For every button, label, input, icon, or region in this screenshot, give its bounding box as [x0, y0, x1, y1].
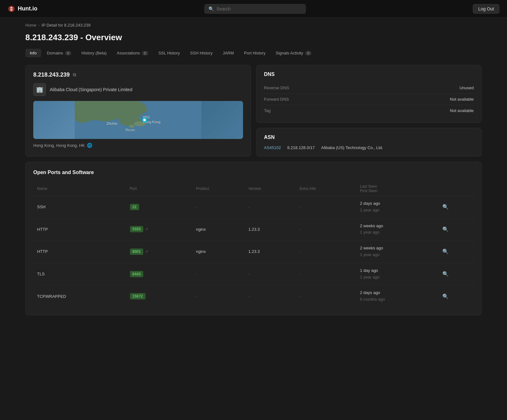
- map-background: Zhuhai HKG Hong Kong Macau: [33, 101, 243, 139]
- svg-text:Macau: Macau: [125, 128, 135, 132]
- port-badge-row-4: 15672: [130, 293, 189, 299]
- port-badge-3: 8443: [130, 271, 144, 277]
- row-search-icon-4[interactable]: 🔍: [442, 294, 449, 299]
- asn-id: AS45102: [264, 145, 281, 150]
- logo: Hunt.io: [8, 5, 37, 13]
- cell-dates-2: 2 weeks ago 1 year ago: [356, 241, 439, 263]
- last-seen-4: 2 days ago 6 months ago: [360, 290, 435, 303]
- cell-product-1: nginx: [192, 218, 245, 241]
- cell-search-3[interactable]: 🔍: [439, 263, 474, 285]
- cell-extra-4: -: [296, 285, 356, 307]
- col-version: Version: [245, 182, 296, 196]
- cell-extra-0: -: [296, 196, 356, 218]
- cell-extra-2: -: [296, 241, 356, 263]
- map-container: Zhuhai HKG Hong Kong Macau: [33, 101, 243, 139]
- cell-search-4[interactable]: 🔍: [439, 285, 474, 307]
- logo-text: Hunt.io: [18, 5, 37, 12]
- last-seen-3: 1 day ago 1 year ago: [360, 267, 435, 281]
- cards-row: 8.218.243.239 ⧉ 🏢 Alibaba Cloud (Singapo…: [25, 65, 482, 157]
- last-seen-0: 2 days ago 1 year ago: [360, 200, 435, 214]
- globe-icon: 🌐: [87, 143, 92, 148]
- logout-button[interactable]: Log Out: [473, 4, 499, 14]
- dns-label-2: Tag: [264, 108, 271, 113]
- dns-title: DNS: [264, 72, 474, 77]
- copy-icon[interactable]: ⧉: [73, 72, 76, 78]
- dns-row-1: Forward DNS Not available: [264, 94, 474, 105]
- col-dates: Last SeenFirst Seen: [356, 182, 439, 196]
- dns-card: DNS Reverse DNS Unused Forward DNS Not a…: [256, 65, 482, 123]
- first-seen-date-0: 1 year ago: [360, 207, 435, 214]
- tab-ssh[interactable]: SSH History: [186, 49, 217, 57]
- table-row: TLS 8443 - - - 1 day ago 1 year ago 🔍: [33, 263, 474, 285]
- port-badge-2: 8001: [130, 248, 144, 255]
- ip-info-card: 8.218.243.239 ⧉ 🏢 Alibaba Cloud (Singapo…: [25, 65, 251, 157]
- ext-link-icon[interactable]: ➚: [145, 249, 148, 254]
- ip-address-text: 8.218.243.239: [33, 72, 70, 78]
- main-content: 8.218.243.239 - Overview InfoDomains0His…: [0, 33, 507, 328]
- cell-name-1: HTTP: [33, 218, 126, 241]
- header: Hunt.io 🔍 Log Out: [0, 0, 507, 18]
- port-badge-row-2: 8001 ➚: [130, 248, 189, 255]
- cell-dates-3: 1 day ago 1 year ago: [356, 263, 439, 285]
- cell-version-1: 1.23.3: [245, 218, 296, 241]
- ports-table-body: SSH 22 - - - 2 days ago 1 year ago 🔍 HTT…: [33, 196, 474, 307]
- cell-port-0: 22: [126, 196, 192, 218]
- location-row: Hong Kong, Hong Kong, HK 🌐: [33, 143, 243, 148]
- tabs-bar: InfoDomains0History (Beta)Associations0S…: [25, 49, 482, 57]
- cell-search-1[interactable]: 🔍: [439, 218, 474, 241]
- tab-badge-associations: 0: [142, 51, 148, 55]
- breadcrumb-home[interactable]: Home: [25, 23, 36, 28]
- row-search-icon-2[interactable]: 🔍: [442, 249, 449, 254]
- first-seen-date-4: 6 months ago: [360, 296, 435, 303]
- search-bar[interactable]: 🔍: [204, 4, 306, 14]
- dns-row-0: Reverse DNS Unused: [264, 82, 474, 94]
- last-seen-date-1: 2 weeks ago: [360, 223, 435, 229]
- tab-history[interactable]: History (Beta): [77, 49, 111, 57]
- cell-version-2: 1.23.3: [245, 241, 296, 263]
- port-badge-1: 5555: [130, 226, 144, 232]
- row-search-icon-1[interactable]: 🔍: [442, 227, 449, 232]
- row-search-icon-0[interactable]: 🔍: [442, 204, 449, 210]
- ext-link-icon[interactable]: ➚: [145, 227, 148, 231]
- ports-card: Open Ports and Software Name Port Produc…: [25, 162, 482, 315]
- asn-row: AS45102 8.218.128.0/17 Alibaba (US) Tech…: [264, 145, 474, 150]
- svg-point-1: [11, 8, 12, 9]
- port-badge-0: 22: [130, 204, 139, 210]
- dns-label-0: Reverse DNS: [264, 85, 289, 90]
- table-row: TCPWRAPPED 15672 - - - 2 days ago 6 mont…: [33, 285, 474, 307]
- row-search-icon-3[interactable]: 🔍: [442, 271, 449, 277]
- tab-domains[interactable]: Domains0: [42, 49, 76, 57]
- cell-product-4: -: [192, 285, 245, 307]
- ip-address-row: 8.218.243.239 ⧉: [33, 72, 243, 78]
- cell-product-2: nginx: [192, 241, 245, 263]
- dns-row-2: Tag Not available: [264, 105, 474, 116]
- tab-porthistory[interactable]: Port History: [240, 49, 270, 57]
- cell-name-4: TCPWRAPPED: [33, 285, 126, 307]
- tab-info[interactable]: Info: [25, 49, 41, 57]
- asn-title: ASN: [264, 135, 474, 140]
- tab-signals[interactable]: Signals Activity0: [271, 49, 316, 57]
- col-name: Name: [33, 182, 126, 196]
- cell-version-4: -: [245, 285, 296, 307]
- cell-extra-1: -: [296, 218, 356, 241]
- org-row: 🏢 Alibaba Cloud (Singapore) Private Limi…: [33, 83, 243, 96]
- tab-jarm[interactable]: JARM: [218, 49, 238, 57]
- tab-associations[interactable]: Associations0: [112, 49, 153, 57]
- cell-search-2[interactable]: 🔍: [439, 241, 474, 263]
- tab-ssl[interactable]: SSL History: [154, 49, 184, 57]
- cell-search-0[interactable]: 🔍: [439, 196, 474, 218]
- cell-port-1: 5555 ➚: [126, 218, 192, 241]
- col-port: Port: [126, 182, 192, 196]
- search-input[interactable]: [216, 6, 302, 11]
- ports-table-head: Name Port Product Version Extra Info Las…: [33, 182, 474, 196]
- map-svg: Zhuhai HKG Hong Kong Macau: [33, 101, 243, 139]
- page-title: 8.218.243.239 - Overview: [25, 33, 482, 42]
- cell-dates-4: 2 days ago 6 months ago: [356, 285, 439, 307]
- cell-dates-0: 2 days ago 1 year ago: [356, 196, 439, 218]
- col-product: Product: [192, 182, 245, 196]
- cell-name-3: TLS: [33, 263, 126, 285]
- cell-name-2: HTTP: [33, 241, 126, 263]
- col-extra: Extra Info: [296, 182, 356, 196]
- svg-text:Zhuhai: Zhuhai: [106, 122, 117, 125]
- cell-product-0: -: [192, 196, 245, 218]
